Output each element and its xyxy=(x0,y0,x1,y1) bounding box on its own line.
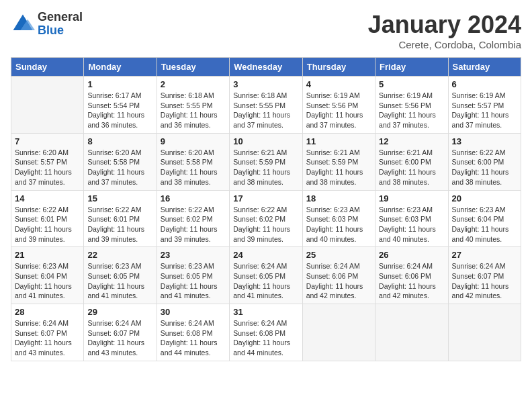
calendar-cell: 15Sunrise: 6:22 AMSunset: 6:01 PMDayligh… xyxy=(84,190,157,247)
weekday-header: Wednesday xyxy=(230,58,302,77)
calendar-cell xyxy=(375,304,448,361)
calendar-week-row: 21Sunrise: 6:23 AMSunset: 6:04 PMDayligh… xyxy=(11,247,521,304)
calendar-cell: 21Sunrise: 6:23 AMSunset: 6:04 PMDayligh… xyxy=(11,247,84,304)
calendar-header-row: SundayMondayTuesdayWednesdayThursdayFrid… xyxy=(11,58,521,77)
day-info: Sunrise: 6:23 AMSunset: 6:03 PMDaylight:… xyxy=(379,205,444,244)
title-block: January 2024 Cerete, Cordoba, Colombia xyxy=(368,11,521,50)
day-number: 11 xyxy=(306,136,371,146)
calendar-cell: 1Sunrise: 6:17 AMSunset: 5:54 PMDaylight… xyxy=(84,77,157,134)
calendar-cell: 29Sunrise: 6:24 AMSunset: 6:07 PMDayligh… xyxy=(84,304,157,361)
day-number: 9 xyxy=(161,136,226,146)
day-info: Sunrise: 6:24 AMSunset: 6:08 PMDaylight:… xyxy=(161,318,226,358)
day-number: 19 xyxy=(379,193,444,203)
day-info: Sunrise: 6:21 AMSunset: 5:59 PMDaylight:… xyxy=(233,148,298,187)
calendar-cell: 18Sunrise: 6:23 AMSunset: 6:03 PMDayligh… xyxy=(302,190,375,247)
day-number: 10 xyxy=(233,136,298,146)
calendar-cell: 9Sunrise: 6:20 AMSunset: 5:58 PMDaylight… xyxy=(157,133,229,190)
day-info: Sunrise: 6:19 AMSunset: 5:56 PMDaylight:… xyxy=(306,91,371,130)
calendar-cell: 14Sunrise: 6:22 AMSunset: 6:01 PMDayligh… xyxy=(11,190,84,247)
day-number: 29 xyxy=(87,307,152,317)
calendar-cell xyxy=(448,304,521,361)
calendar-cell: 5Sunrise: 6:19 AMSunset: 5:56 PMDaylight… xyxy=(375,77,448,134)
calendar-week-row: 1Sunrise: 6:17 AMSunset: 5:54 PMDaylight… xyxy=(11,77,521,134)
day-info: Sunrise: 6:23 AMSunset: 6:05 PMDaylight:… xyxy=(87,261,152,301)
day-number: 21 xyxy=(15,250,80,260)
day-number: 18 xyxy=(306,193,371,203)
weekday-header: Thursday xyxy=(302,58,375,77)
logo-blue: Blue xyxy=(38,24,83,38)
day-info: Sunrise: 6:21 AMSunset: 5:59 PMDaylight:… xyxy=(306,148,371,187)
calendar-week-row: 7Sunrise: 6:20 AMSunset: 5:57 PMDaylight… xyxy=(11,133,521,190)
calendar-cell: 25Sunrise: 6:24 AMSunset: 6:06 PMDayligh… xyxy=(302,247,375,304)
day-info: Sunrise: 6:19 AMSunset: 5:56 PMDaylight:… xyxy=(379,91,444,130)
calendar-cell: 4Sunrise: 6:19 AMSunset: 5:56 PMDaylight… xyxy=(302,77,375,134)
calendar-cell: 11Sunrise: 6:21 AMSunset: 5:59 PMDayligh… xyxy=(302,133,375,190)
calendar-table: SundayMondayTuesdayWednesdayThursdayFrid… xyxy=(11,57,521,361)
weekday-header: Sunday xyxy=(11,58,84,77)
day-number: 4 xyxy=(306,79,371,89)
day-number: 24 xyxy=(233,250,298,260)
calendar-cell: 7Sunrise: 6:20 AMSunset: 5:57 PMDaylight… xyxy=(11,133,84,190)
day-info: Sunrise: 6:24 AMSunset: 6:08 PMDaylight:… xyxy=(233,318,298,358)
weekday-header: Friday xyxy=(375,58,448,77)
day-number: 16 xyxy=(161,193,226,203)
day-number: 1 xyxy=(87,79,152,89)
calendar-cell: 10Sunrise: 6:21 AMSunset: 5:59 PMDayligh… xyxy=(230,133,302,190)
calendar-cell xyxy=(302,304,375,361)
logo-general: General xyxy=(38,11,83,24)
weekday-header: Monday xyxy=(84,58,157,77)
day-number: 23 xyxy=(161,250,226,260)
calendar-cell: 30Sunrise: 6:24 AMSunset: 6:08 PMDayligh… xyxy=(157,304,229,361)
day-info: Sunrise: 6:17 AMSunset: 5:54 PMDaylight:… xyxy=(87,91,152,130)
day-number: 28 xyxy=(15,307,80,317)
day-info: Sunrise: 6:22 AMSunset: 6:01 PMDaylight:… xyxy=(15,205,80,244)
day-info: Sunrise: 6:22 AMSunset: 6:02 PMDaylight:… xyxy=(161,205,226,244)
day-number: 20 xyxy=(452,193,517,203)
calendar-week-row: 28Sunrise: 6:24 AMSunset: 6:07 PMDayligh… xyxy=(11,304,521,361)
calendar-cell: 20Sunrise: 6:23 AMSunset: 6:04 PMDayligh… xyxy=(448,190,521,247)
weekday-header: Tuesday xyxy=(157,58,229,77)
day-number: 15 xyxy=(87,193,152,203)
day-number: 8 xyxy=(87,136,152,146)
calendar-cell: 2Sunrise: 6:18 AMSunset: 5:55 PMDaylight… xyxy=(157,77,229,134)
calendar-cell: 24Sunrise: 6:24 AMSunset: 6:05 PMDayligh… xyxy=(230,247,302,304)
logo-icon xyxy=(11,12,35,36)
weekday-header: Saturday xyxy=(448,58,521,77)
logo-text: General Blue xyxy=(38,11,83,38)
day-info: Sunrise: 6:18 AMSunset: 5:55 PMDaylight:… xyxy=(233,91,298,130)
calendar-cell: 26Sunrise: 6:24 AMSunset: 6:06 PMDayligh… xyxy=(375,247,448,304)
calendar-cell: 23Sunrise: 6:23 AMSunset: 6:05 PMDayligh… xyxy=(157,247,229,304)
month-title: January 2024 xyxy=(368,11,521,39)
day-info: Sunrise: 6:20 AMSunset: 5:58 PMDaylight:… xyxy=(161,148,226,187)
calendar-week-row: 14Sunrise: 6:22 AMSunset: 6:01 PMDayligh… xyxy=(11,190,521,247)
calendar-cell: 22Sunrise: 6:23 AMSunset: 6:05 PMDayligh… xyxy=(84,247,157,304)
day-info: Sunrise: 6:22 AMSunset: 6:02 PMDaylight:… xyxy=(233,205,298,244)
calendar-cell: 3Sunrise: 6:18 AMSunset: 5:55 PMDaylight… xyxy=(230,77,302,134)
day-info: Sunrise: 6:23 AMSunset: 6:04 PMDaylight:… xyxy=(15,261,80,301)
day-info: Sunrise: 6:24 AMSunset: 6:06 PMDaylight:… xyxy=(306,261,371,301)
calendar-cell: 19Sunrise: 6:23 AMSunset: 6:03 PMDayligh… xyxy=(375,190,448,247)
day-info: Sunrise: 6:23 AMSunset: 6:04 PMDaylight:… xyxy=(452,205,517,244)
day-info: Sunrise: 6:22 AMSunset: 6:00 PMDaylight:… xyxy=(452,148,517,187)
day-info: Sunrise: 6:20 AMSunset: 5:58 PMDaylight:… xyxy=(87,148,152,187)
day-number: 7 xyxy=(15,136,80,146)
day-number: 31 xyxy=(233,307,298,317)
day-info: Sunrise: 6:24 AMSunset: 6:07 PMDaylight:… xyxy=(15,318,80,358)
day-info: Sunrise: 6:23 AMSunset: 6:05 PMDaylight:… xyxy=(161,261,226,301)
day-number: 14 xyxy=(15,193,80,203)
day-number: 6 xyxy=(452,79,517,89)
day-info: Sunrise: 6:21 AMSunset: 6:00 PMDaylight:… xyxy=(379,148,444,187)
calendar-cell: 8Sunrise: 6:20 AMSunset: 5:58 PMDaylight… xyxy=(84,133,157,190)
day-info: Sunrise: 6:18 AMSunset: 5:55 PMDaylight:… xyxy=(161,91,226,130)
calendar-cell: 13Sunrise: 6:22 AMSunset: 6:00 PMDayligh… xyxy=(448,133,521,190)
page-header: General Blue January 2024 Cerete, Cordob… xyxy=(11,11,521,50)
day-info: Sunrise: 6:20 AMSunset: 5:57 PMDaylight:… xyxy=(15,148,80,187)
calendar-cell: 6Sunrise: 6:19 AMSunset: 5:57 PMDaylight… xyxy=(448,77,521,134)
calendar-cell: 12Sunrise: 6:21 AMSunset: 6:00 PMDayligh… xyxy=(375,133,448,190)
day-number: 26 xyxy=(379,250,444,260)
day-number: 5 xyxy=(379,79,444,89)
calendar-cell xyxy=(11,77,84,134)
day-info: Sunrise: 6:24 AMSunset: 6:07 PMDaylight:… xyxy=(87,318,152,358)
day-info: Sunrise: 6:24 AMSunset: 6:06 PMDaylight:… xyxy=(379,261,444,301)
day-number: 27 xyxy=(452,250,517,260)
